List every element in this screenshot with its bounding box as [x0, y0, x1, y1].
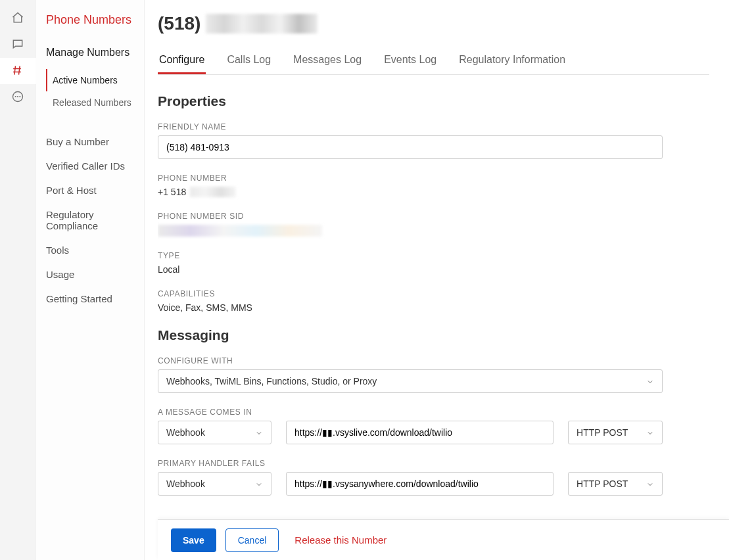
- chevron-down-icon: [646, 429, 654, 436]
- friendly-name-label: FRIENDLY NAME: [158, 122, 709, 131]
- message-comes-in-group: A MESSAGE COMES IN Webhook HTTP POST: [158, 408, 709, 444]
- release-number-link[interactable]: Release this Number: [294, 534, 387, 546]
- message-comes-in-label: A MESSAGE COMES IN: [158, 408, 709, 417]
- messaging-heading: Messaging: [158, 327, 709, 343]
- sid-label: PHONE NUMBER SID: [158, 212, 709, 221]
- type-value: Local: [158, 264, 709, 275]
- sidebar-item-usage[interactable]: Usage: [46, 262, 144, 287]
- capabilities-label: CAPABILITIES: [158, 289, 709, 298]
- fallback-method-value: HTTP POST: [576, 478, 628, 489]
- configure-with-select[interactable]: Webhooks, TwiML Bins, Functions, Studio,…: [158, 369, 663, 393]
- incoming-method-select[interactable]: HTTP POST: [568, 421, 663, 444]
- sidebar-item-released-numbers[interactable]: Released Numbers: [46, 91, 144, 114]
- sidebar-heading[interactable]: Manage Numbers: [46, 47, 144, 58]
- rail-hash[interactable]: [0, 58, 35, 84]
- tab-regulatory-info[interactable]: Regulatory Information: [458, 47, 567, 74]
- sidebar-item-getting-started[interactable]: Getting Started: [46, 287, 144, 311]
- sidebar-submenu: Active Numbers Released Numbers: [46, 69, 144, 114]
- friendly-name-input[interactable]: [158, 135, 663, 159]
- chevron-down-icon: [646, 377, 654, 385]
- sidebar: Phone Numbers Manage Numbers Active Numb…: [35, 0, 145, 560]
- friendly-name-group: FRIENDLY NAME: [158, 122, 709, 159]
- phone-number-redacted: [190, 187, 236, 197]
- primary-handler-fails-label: PRIMARY HANDLER FAILS: [158, 459, 709, 468]
- incoming-type-value: Webhook: [166, 427, 205, 438]
- sidebar-item-regulatory[interactable]: Regulatory Compliance: [46, 202, 144, 238]
- chat-icon: [11, 37, 24, 53]
- chevron-down-icon: [255, 480, 263, 488]
- phone-number-prefix: +1 518: [158, 187, 186, 197]
- capabilities-group: CAPABILITIES Voice, Fax, SMS, MMS: [158, 289, 709, 313]
- type-label: TYPE: [158, 251, 709, 260]
- fallback-type-select[interactable]: Webhook: [158, 472, 271, 496]
- save-button[interactable]: Save: [171, 528, 216, 552]
- rail-chat[interactable]: [0, 32, 35, 58]
- page-title-redacted: [206, 14, 317, 34]
- phone-number-label: PHONE NUMBER: [158, 174, 709, 183]
- footer-bar: Save Cancel Release this Number: [158, 519, 729, 560]
- tab-calls-log[interactable]: Calls Log: [225, 47, 272, 74]
- rail-more[interactable]: [0, 84, 35, 110]
- phone-number-group: PHONE NUMBER +1 518: [158, 174, 709, 197]
- tab-configure[interactable]: Configure: [158, 47, 206, 74]
- configure-with-group: CONFIGURE WITH Webhooks, TwiML Bins, Fun…: [158, 356, 709, 393]
- rail-home[interactable]: [0, 5, 35, 32]
- properties-heading: Properties: [158, 93, 709, 109]
- tab-messages-log[interactable]: Messages Log: [292, 47, 363, 74]
- sid-redacted: [158, 225, 322, 237]
- fallback-type-value: Webhook: [166, 478, 205, 489]
- cancel-button[interactable]: Cancel: [225, 528, 279, 552]
- main-content: (518) Configure Calls Log Messages Log E…: [158, 0, 729, 560]
- sidebar-item-active-numbers[interactable]: Active Numbers: [46, 69, 144, 91]
- home-icon: [11, 11, 24, 26]
- tabs: Configure Calls Log Messages Log Events …: [158, 47, 709, 75]
- page-title-prefix: (518): [158, 13, 200, 34]
- phone-number-value: +1 518: [158, 187, 709, 197]
- sidebar-item-buy-number[interactable]: Buy a Number: [46, 129, 144, 154]
- chevron-down-icon: [255, 429, 263, 436]
- fallback-url-input[interactable]: [286, 472, 553, 496]
- sidebar-title: Phone Numbers: [46, 13, 144, 27]
- svg-point-1: [15, 95, 16, 97]
- sid-group: PHONE NUMBER SID: [158, 212, 709, 237]
- more-icon: [11, 90, 24, 105]
- svg-point-3: [19, 95, 20, 97]
- fallback-method-select[interactable]: HTTP POST: [568, 472, 663, 496]
- capabilities-value: Voice, Fax, SMS, MMS: [158, 302, 709, 313]
- icon-rail: [0, 0, 35, 560]
- svg-point-2: [17, 95, 18, 97]
- primary-handler-fails-group: PRIMARY HANDLER FAILS Webhook HTTP POST: [158, 459, 709, 496]
- configure-with-value: Webhooks, TwiML Bins, Functions, Studio,…: [166, 376, 377, 386]
- page-title: (518): [158, 13, 709, 34]
- incoming-type-select[interactable]: Webhook: [158, 421, 271, 444]
- configure-with-label: CONFIGURE WITH: [158, 356, 709, 365]
- type-group: TYPE Local: [158, 251, 709, 275]
- incoming-method-value: HTTP POST: [576, 427, 628, 438]
- sidebar-item-tools[interactable]: Tools: [46, 238, 144, 262]
- incoming-url-input[interactable]: [286, 421, 553, 444]
- sidebar-item-verified-caller-ids[interactable]: Verified Caller IDs: [46, 154, 144, 178]
- sidebar-item-port-host[interactable]: Port & Host: [46, 178, 144, 202]
- tab-events-log[interactable]: Events Log: [383, 47, 438, 74]
- chevron-down-icon: [646, 480, 654, 488]
- hash-icon: [11, 64, 24, 79]
